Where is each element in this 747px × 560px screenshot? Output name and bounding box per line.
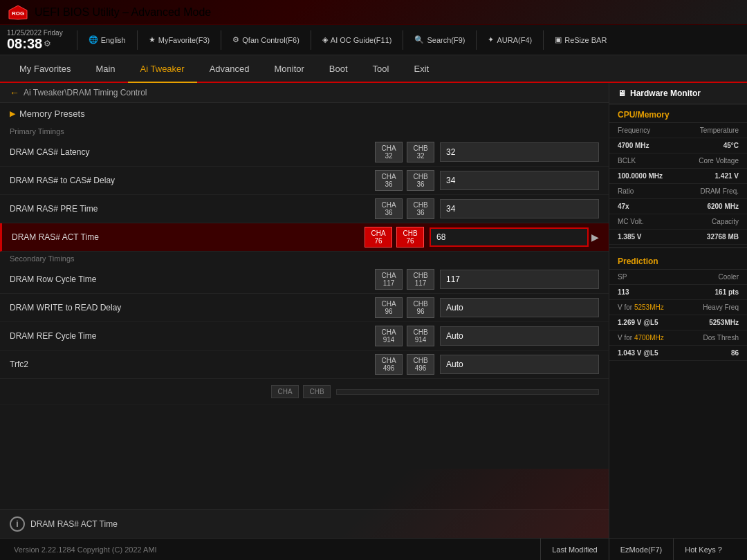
prediction-v5253-voltage: 1.269 V @L5 (618, 319, 658, 326)
ras-cas-delay-input[interactable] (440, 171, 599, 190)
hw-frequency-row: Frequency Temperature (609, 123, 747, 138)
hw-ratio-row: Ratio DRAM Freq. (609, 184, 747, 199)
row-cycle-chb-box: CHB 117 (407, 269, 434, 290)
timing-row-ras-pre[interactable]: DRAM RAS# PRE Time CHA 36 CHB 36 (0, 195, 609, 223)
memory-presets-section[interactable]: ▶ Memory Presets (0, 103, 609, 124)
ai-icon: ◈ (322, 35, 328, 44)
partial-cha-box: CHA (271, 385, 299, 398)
toolbar-myfavorite[interactable]: ★ MyFavorite(F3) (146, 34, 213, 46)
freq-5253-highlight: 5253MHz (634, 304, 664, 311)
hw-mcvolt-row: MC Volt. Capacity (609, 214, 747, 230)
ras-pre-chb-box: CHB 36 (407, 198, 434, 219)
hot-keys-button[interactable]: Hot Keys ? (673, 539, 733, 561)
prediction-v4700-label: V for 4700MHz (618, 334, 664, 342)
row-cycle-input[interactable] (440, 270, 599, 289)
hw-capacity-label: Capacity (712, 218, 739, 225)
expand-triangle-icon: ▶ (10, 109, 15, 118)
nav-monitor[interactable]: Monitor (262, 55, 317, 83)
toolbar-aura[interactable]: ✦ AURA(F4) (485, 34, 535, 46)
timing-row-ref-cycle[interactable]: DRAM REF Cycle Time CHA 914 CHB 914 (0, 322, 609, 351)
timing-row-write-read[interactable]: DRAM WRITE to READ Delay CHA 96 CHB 96 (0, 294, 609, 322)
title-text: UEFI BIOS Utility – Advanced Mode (35, 6, 211, 19)
resize-icon: ▣ (555, 35, 562, 44)
settings-icon[interactable]: ⚙ (44, 39, 51, 48)
prediction-sp-value: 113 (618, 288, 629, 296)
ras-cas-delay-label: DRAM RAS# to CAS# Delay (10, 176, 375, 185)
toolbar-aioc[interactable]: ◈ AI OC Guide(F11) (320, 34, 395, 46)
ras-cas-chb-box: CHB 36 (407, 170, 434, 191)
timing-row-ras-act[interactable]: DRAM RAS# ACT Time CHA 76 CHB 76 ▶ (0, 223, 609, 252)
hw-dramfreq-value: 6200 MHz (707, 203, 739, 210)
prediction-v4700-thresh: 86 (731, 349, 739, 357)
last-modified-button[interactable]: Last Modified (540, 539, 608, 561)
info-icon: i (10, 516, 25, 532)
prediction-v4700-row: V for 4700MHz Dos Thresh (609, 330, 747, 346)
fan-icon: ⚙ (232, 35, 239, 44)
prediction-heavyfreq-label: Heavy Freq (703, 304, 739, 311)
nav-tool[interactable]: Tool (360, 55, 402, 83)
freq-4700-highlight: 4700MHz (634, 334, 664, 342)
nav-advanced[interactable]: Advanced (197, 55, 262, 83)
hw-bclk-row: BCLK Core Voltage (609, 153, 747, 169)
cas-latency-input[interactable] (440, 142, 599, 162)
hw-bclk-values: 100.0000 MHz 1.421 V (609, 169, 747, 184)
timing-row-ras-cas-delay[interactable]: DRAM RAS# to CAS# Delay CHA 36 CHB 36 (0, 167, 609, 195)
prediction-title: Prediction (609, 251, 747, 270)
hw-frequency-value: 4700 MHz (618, 142, 649, 149)
nav-exit[interactable]: Exit (401, 55, 441, 83)
nav-ai-tweaker[interactable]: Ai Tweaker (128, 55, 197, 83)
datetime-display: 11/25/2022 Friday 08:38 ⚙ (7, 29, 63, 50)
prediction-v5253-label: V for 5253MHz (618, 304, 664, 311)
cas-latency-channels: CHA 32 CHB 32 (375, 142, 434, 162)
cas-latency-label: DRAM CAS# Latency (10, 147, 375, 157)
timing-row-partial[interactable]: CHA CHB (0, 379, 609, 405)
toolbar-divider-6 (476, 30, 477, 50)
ras-pre-channels: CHA 36 CHB 36 (375, 198, 434, 219)
content-area: ← Ai Tweaker\DRAM Timing Control ▶ Memor… (0, 83, 609, 538)
hardware-monitor-panel: 🖥 Hardware Monitor CPU/Memory Frequency … (609, 83, 747, 538)
toolbar-english[interactable]: 🌐 English (86, 34, 129, 46)
primary-timings-label: Primary Timings (0, 124, 609, 138)
nav-boot[interactable]: Boot (317, 55, 360, 83)
write-read-label: DRAM WRITE to READ Delay (10, 303, 375, 312)
trfc2-chb-box: CHB 496 (407, 354, 434, 375)
cas-chb-box: CHB 32 (407, 142, 434, 162)
prediction-sp-row: SP Cooler (609, 270, 747, 285)
toolbar-divider-3 (221, 30, 221, 50)
cas-cha-box: CHA 32 (375, 142, 403, 162)
back-arrow-icon[interactable]: ← (10, 87, 19, 98)
prediction-v5253-freq: 5253MHz (709, 319, 739, 326)
trfc2-cha-box: CHA 496 (375, 354, 403, 375)
trfc2-input[interactable] (440, 355, 599, 374)
ezmode-button[interactable]: EzMode(F7) (609, 539, 674, 561)
toolbar-search[interactable]: 🔍 Search(F9) (412, 34, 468, 46)
timing-row-row-cycle[interactable]: DRAM Row Cycle Time CHA 117 CHB 117 (0, 265, 609, 294)
status-buttons: Last Modified EzMode(F7) Hot Keys ? (540, 539, 733, 561)
ras-act-input[interactable] (430, 227, 589, 247)
toolbar-resizebar[interactable]: ▣ ReSize BAR (552, 34, 609, 46)
ref-cycle-input[interactable] (440, 326, 599, 346)
hw-dramfreq-label: DRAM Freq. (700, 187, 739, 195)
hw-frequency-label: Frequency (618, 127, 650, 134)
nav-main[interactable]: Main (83, 55, 127, 83)
status-bar: Version 2.22.1284 Copyright (C) 2022 AMI… (0, 538, 747, 560)
write-read-input[interactable] (440, 298, 599, 317)
main-layout: ← Ai Tweaker\DRAM Timing Control ▶ Memor… (0, 83, 747, 538)
partial-chb-box: CHB (303, 385, 331, 398)
ref-cycle-cha-box: CHA 914 (375, 326, 403, 346)
toolbar-divider-2 (137, 30, 138, 50)
timing-row-cas-latency[interactable]: DRAM CAS# Latency CHA 32 CHB 32 (0, 138, 609, 167)
partial-channels: CHA CHB (271, 385, 331, 398)
prediction-v4700-values: 1.043 V @L5 86 (609, 346, 747, 361)
hw-ratio-label: Ratio (618, 187, 634, 195)
timing-row-trfc2[interactable]: Trfc2 CHA 496 CHB 496 (0, 351, 609, 379)
write-read-cha-box: CHA 96 (375, 297, 403, 318)
aura-icon: ✦ (488, 35, 494, 44)
hw-corevoltage-value: 1.421 V (715, 172, 739, 180)
ras-pre-input[interactable] (440, 199, 599, 218)
row-arrow-icon: ▶ (591, 232, 599, 243)
info-text: DRAM RAS# ACT Time (30, 519, 118, 529)
toolbar-qfan[interactable]: ⚙ Qfan Control(F6) (230, 34, 302, 46)
nav-my-favorites[interactable]: My Favorites (7, 55, 83, 83)
hw-mcvolt-values: 1.385 V 32768 MB (609, 230, 747, 245)
